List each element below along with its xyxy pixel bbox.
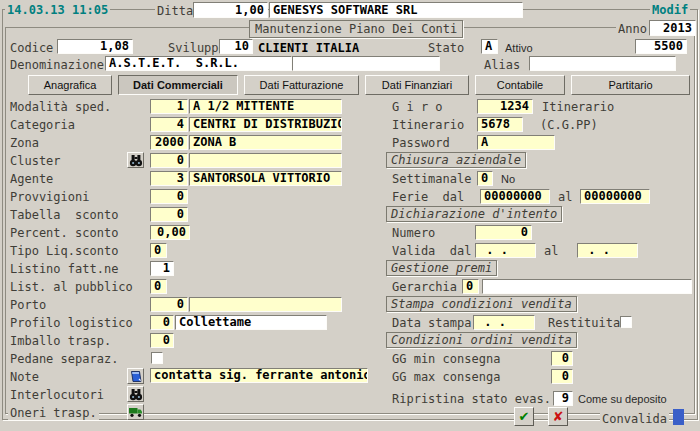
password-field[interactable]: A bbox=[477, 135, 555, 150]
provvigioni-label: Provvigioni bbox=[8, 190, 91, 204]
tab-contabile[interactable]: Contabile bbox=[475, 75, 565, 95]
codice-field[interactable]: 1,08 bbox=[57, 39, 133, 54]
listino-fattne-label: Listino fatt.ne bbox=[8, 262, 120, 276]
provvigioni-field[interactable]: 0 bbox=[150, 189, 188, 204]
ditta-code-field[interactable]: 1,00 bbox=[193, 2, 268, 18]
tab-partitario[interactable]: Partitario bbox=[571, 75, 690, 95]
denominazione-field-2[interactable] bbox=[292, 56, 440, 71]
restituita-label: Restituita bbox=[546, 316, 622, 330]
modalita-sped-label: Modalità sped. bbox=[8, 100, 113, 114]
porto-code-field[interactable]: 0 bbox=[150, 297, 188, 312]
tabella-sconto-field[interactable]: 0 bbox=[150, 207, 188, 222]
gg-max-consegna-label: GG max consenga bbox=[390, 370, 502, 384]
porto-label: Porto bbox=[8, 298, 48, 312]
conto-field[interactable]: 5500 bbox=[635, 39, 687, 54]
denominazione-label: Denominazione bbox=[8, 58, 106, 72]
gg-min-consegna-field[interactable]: 0 bbox=[551, 351, 573, 366]
ferie-al-field[interactable]: 00000000 bbox=[580, 189, 650, 204]
cluster-desc-field[interactable] bbox=[189, 153, 342, 168]
modalita-sped-desc-field[interactable]: A 1/2 MITTENTE bbox=[189, 99, 342, 114]
convalida-label: Convalida bbox=[600, 412, 669, 426]
modalita-sped-code-field[interactable]: 1 bbox=[150, 99, 188, 114]
cluster-search-button[interactable] bbox=[127, 152, 144, 168]
zona-code-field[interactable]: 2000 bbox=[150, 135, 188, 150]
anno-label: Anno bbox=[616, 22, 649, 36]
profilo-logistico-label: Profilo logistico bbox=[8, 316, 135, 330]
chiusura-aziendale-group-label: Chiusura aziendale bbox=[386, 152, 526, 168]
convalida-cursor-field[interactable] bbox=[673, 409, 684, 425]
confirm-button[interactable]: ✔ bbox=[514, 407, 534, 426]
gerarchia-desc-field[interactable] bbox=[482, 279, 692, 294]
note-field[interactable]: contatta sig. ferrante antonio bbox=[150, 368, 368, 383]
anno-field[interactable]: 2013 bbox=[649, 20, 696, 36]
note-label: Note bbox=[8, 370, 41, 384]
giro-field[interactable]: 1234 bbox=[477, 99, 533, 114]
imballo-trasp-field[interactable]: 0 bbox=[150, 333, 174, 348]
piano-dei-conti-window: 14.03.13 11:05 Ditta 1,00 GENESYS SOFTWA… bbox=[0, 0, 700, 431]
mode-indicator: Modif bbox=[650, 3, 690, 17]
gg-max-consegna-field[interactable]: 0 bbox=[551, 369, 573, 384]
listino-fattne-field[interactable]: 1 bbox=[150, 261, 174, 276]
porto-desc-field[interactable] bbox=[189, 297, 342, 312]
pedane-separaz-label: Pedane separaz. bbox=[8, 352, 120, 366]
data-stampa-field[interactable]: . . 0 bbox=[473, 315, 535, 330]
condizioni-ordini-group-label: Condizioni ordini vendita bbox=[386, 332, 577, 348]
stampa-condizioni-group-label: Stampa condizioni vendita bbox=[386, 296, 577, 312]
gestione-premi-group-label: Gestione premi bbox=[386, 260, 497, 276]
ripristina-stato-field[interactable]: 9 bbox=[553, 391, 573, 406]
sviluppo-desc: CLIENTI ITALIA bbox=[256, 41, 361, 55]
denominazione-field[interactable]: A.S.T.E.T. S.R.L. bbox=[105, 56, 292, 71]
categoria-desc-field[interactable]: CENTRI DI DISTRIBUZIONE bbox=[189, 117, 342, 132]
valida-dal-label: Valida dal bbox=[390, 244, 473, 258]
zona-desc-field[interactable]: ZONA B bbox=[189, 135, 342, 150]
numero-label: Numero bbox=[390, 226, 437, 240]
numero-field[interactable]: 0 bbox=[475, 225, 532, 240]
datetime: 14.03.13 11:05 bbox=[5, 3, 110, 17]
agente-code-field[interactable]: 3 bbox=[150, 171, 188, 186]
tabella-sconto-label: Tabella sconto bbox=[8, 208, 120, 222]
tab-anagrafica[interactable]: Anagrafica bbox=[28, 75, 112, 95]
imballo-trasp-label: Imballo trasp. bbox=[8, 334, 113, 348]
profilo-logistico-desc-field[interactable]: Collettame bbox=[175, 315, 327, 330]
tipo-liq-sconto-field[interactable]: 0 bbox=[150, 243, 167, 258]
note-button[interactable] bbox=[127, 368, 144, 384]
interlocutori-search-button[interactable] bbox=[127, 386, 144, 402]
profilo-logistico-code-field[interactable]: 0 bbox=[150, 315, 174, 330]
stato-field[interactable]: A bbox=[481, 39, 498, 54]
tab-dati-fatturazione[interactable]: Dati Fatturazione bbox=[244, 75, 359, 95]
ditta-name-field[interactable]: GENESYS SOFTWARE SRL bbox=[269, 2, 523, 18]
tab-dati-finanziari[interactable]: Dati Finanziari bbox=[365, 75, 469, 95]
settimanale-field[interactable]: 0 bbox=[477, 171, 493, 186]
gerarchia-code-field[interactable]: 0 bbox=[462, 279, 479, 294]
pedane-separaz-checkbox[interactable] bbox=[151, 352, 163, 364]
zona-label: Zona bbox=[8, 136, 41, 150]
valida-dal-field[interactable]: . . 0 bbox=[475, 243, 536, 258]
categoria-code-field[interactable]: 4 bbox=[150, 117, 188, 132]
agente-label: Agente bbox=[8, 172, 55, 186]
itinerario-field[interactable]: 5678 bbox=[477, 117, 523, 132]
agente-desc-field[interactable]: SANTORSOLA VITTORIO bbox=[189, 171, 342, 186]
itinerario-desc: (C.G.PP) bbox=[538, 118, 600, 132]
ripristina-stato-label: Ripristina stato evas. bbox=[390, 392, 553, 406]
dichiarazione-intento-group-label: Dichiarazione d'intento bbox=[386, 206, 562, 222]
restituita-checkbox[interactable] bbox=[620, 316, 632, 328]
list-al-pubblico-label: List. al pubblico bbox=[8, 280, 135, 294]
settimanale-label: Settimanale bbox=[390, 172, 473, 186]
alias-field[interactable] bbox=[529, 56, 676, 71]
valida-al-field[interactable]: . . 0 bbox=[577, 243, 638, 258]
tab-dati-commerciali[interactable]: Dati Commerciali bbox=[118, 75, 238, 95]
gerarchia-label: Gerarchia bbox=[390, 280, 459, 294]
tab-bar: Anagrafica Dati Commerciali Dati Fattura… bbox=[28, 75, 690, 95]
notepad-icon bbox=[129, 370, 143, 383]
giro-label: G i r o bbox=[390, 100, 445, 114]
data-stampa-label: Data stampa bbox=[390, 316, 473, 330]
truck-icon bbox=[128, 406, 143, 418]
oneri-trasp-button[interactable] bbox=[127, 404, 144, 420]
cancel-button[interactable]: ✘ bbox=[548, 407, 568, 426]
ferie-dal-field[interactable]: 00000000 bbox=[480, 189, 550, 204]
cluster-code-field[interactable]: 0 bbox=[150, 153, 188, 168]
percent-sconto-field[interactable]: 0,00 bbox=[150, 225, 190, 240]
password-label: Password bbox=[390, 136, 452, 150]
list-al-pubblico-field[interactable]: 0 bbox=[150, 279, 167, 294]
sviluppo-field[interactable]: 10 bbox=[219, 39, 253, 54]
